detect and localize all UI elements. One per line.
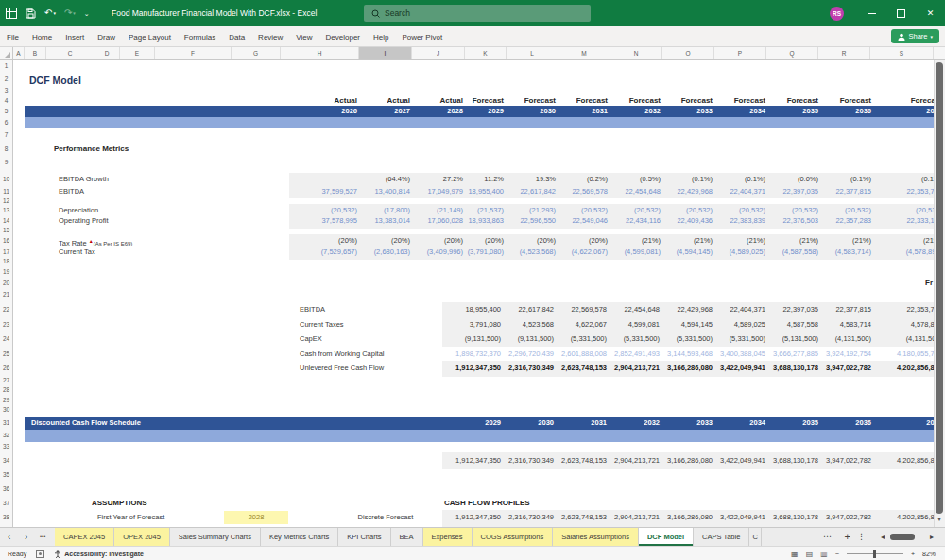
value-cell[interactable]: (20%) — [391, 235, 410, 246]
value-cell[interactable]: 2,623,748,153 — [561, 455, 607, 467]
row-label-operating-profit[interactable]: Operating Profit — [59, 215, 109, 227]
sheet-tab-salaries-assumptions[interactable]: Salaries Assumptions — [553, 528, 639, 546]
year-header-cell[interactable]: 2036 — [855, 106, 871, 117]
value-cell[interactable]: 17,049,979 — [427, 186, 463, 197]
row-number-12[interactable]: 12 — [0, 196, 12, 206]
value-cell[interactable]: (21%) — [694, 235, 713, 246]
row-number-11[interactable]: 11 — [0, 187, 12, 196]
dcf-year-cell[interactable]: 2035 — [802, 417, 818, 429]
column-header-n[interactable]: N — [610, 47, 662, 59]
column-header-q[interactable]: Q — [766, 47, 818, 59]
section-title-performance-metrics[interactable]: Performance Metrics — [54, 144, 129, 155]
row-number-2[interactable]: 2 — [0, 75, 12, 84]
value-cell[interactable]: 4,583,714 — [840, 319, 871, 331]
clipped-label-fragment[interactable]: Fr — [925, 278, 933, 289]
row-number-5[interactable]: 5 — [0, 107, 12, 116]
value-cell[interactable]: (21%) — [799, 235, 818, 246]
row-number-36[interactable]: 36 — [0, 484, 12, 494]
dcf-year-cell[interactable]: 2034 — [749, 417, 765, 429]
column-header-i[interactable]: I — [359, 47, 412, 59]
value-cell[interactable]: 18,955,400 — [468, 186, 504, 197]
value-cell[interactable]: 3,947,022,782 — [826, 455, 871, 467]
value-cell[interactable]: 4,523,568 — [523, 319, 554, 331]
ribbon-tab-draw[interactable]: Draw — [91, 27, 122, 47]
row-number-38[interactable]: 38 — [0, 513, 12, 522]
value-cell[interactable]: 22,404,371 — [730, 304, 765, 315]
zoom-in-icon[interactable]: + — [911, 551, 915, 557]
row-number-27[interactable]: 27 — [0, 376, 12, 385]
view-page-layout-icon[interactable]: ▤ — [806, 550, 814, 558]
value-cell[interactable]: 13,400,814 — [374, 186, 410, 197]
row-number-17[interactable]: 17 — [0, 247, 12, 257]
value-cell[interactable]: 2,904,213,721 — [614, 512, 660, 523]
column-header-a[interactable]: A — [13, 47, 25, 59]
value-cell[interactable]: (4,587,558) — [782, 246, 818, 258]
value-cell[interactable]: 27.2% — [443, 174, 463, 185]
value-cell[interactable]: (20%) — [589, 235, 608, 246]
year-header-cell[interactable]: 2032 — [644, 106, 661, 117]
share-button[interactable]: Share ▾ — [891, 29, 939, 43]
sheet-list-icon[interactable]: ••• — [40, 528, 45, 546]
value-cell[interactable]: 4,594,145 — [681, 319, 713, 331]
value-cell[interactable]: 22,617,842 — [518, 304, 554, 315]
value-cell[interactable]: (21%) — [642, 235, 661, 246]
value-cell[interactable]: 22,376,503 — [782, 215, 818, 227]
row-number-19[interactable]: 19 — [0, 267, 12, 277]
row-number-7[interactable]: 7 — [0, 130, 12, 140]
dcf-year-cell[interactable]: 2036 — [855, 417, 871, 429]
row-number-25[interactable]: 25 — [0, 349, 12, 359]
row-number-31[interactable]: 31 — [0, 418, 12, 428]
column-header-c[interactable]: C — [46, 47, 94, 59]
column-header-b[interactable]: B — [25, 47, 46, 59]
value-cell[interactable]: 22,569,578 — [571, 304, 607, 315]
value-cell[interactable]: (20%) — [444, 235, 463, 246]
value-cell[interactable]: 1,912,347,350 — [455, 455, 501, 467]
row-label-tax-rate[interactable]: Tax Rate ▲(As Per IS E69) — [59, 235, 132, 246]
value-cell[interactable]: 13,383,014 — [374, 215, 410, 227]
value-cell[interactable]: 22,454,648 — [624, 304, 660, 315]
minimize-button[interactable] — [857, 0, 886, 26]
value-cell[interactable]: 22,596,550 — [520, 215, 556, 227]
value-cell[interactable]: (20%) — [537, 235, 556, 246]
ribbon-tab-insert[interactable]: Insert — [59, 27, 91, 47]
value-cell[interactable]: 3,422,049,941 — [720, 512, 765, 523]
value-cell[interactable]: 22,549,046 — [572, 215, 608, 227]
row-number-33[interactable]: 33 — [0, 442, 12, 451]
dcf-year-cell[interactable]: 2029 — [485, 417, 501, 429]
row-number-28[interactable]: 28 — [0, 385, 12, 395]
value-cell[interactable]: 3,688,130,178 — [773, 512, 818, 523]
value-cell[interactable]: 3,422,049,941 — [720, 363, 765, 374]
value-cell[interactable]: 1,912,347,350 — [455, 512, 501, 523]
value-cell[interactable]: 37,578,995 — [321, 215, 357, 227]
row-label-ebitda-growth[interactable]: EBITDA Growth — [59, 174, 109, 185]
value-cell[interactable]: 18,955,400 — [465, 304, 501, 315]
dcf-year-cell[interactable]: 2031 — [591, 417, 607, 429]
value-cell[interactable]: 19.3% — [536, 174, 556, 185]
year-header-cell[interactable]: 2034 — [749, 106, 765, 117]
value-cell[interactable]: 18,933,863 — [468, 215, 504, 227]
row-number-26[interactable]: 26 — [0, 364, 12, 373]
column-header-f[interactable]: F — [155, 47, 232, 59]
save-icon[interactable] — [26, 8, 36, 19]
value-cell[interactable]: (2,680,163) — [374, 246, 410, 258]
sheet-title-cell[interactable]: DCF Model — [29, 74, 81, 87]
zoom-out-icon[interactable]: − — [835, 551, 839, 557]
row-number-4[interactable]: 4 — [0, 96, 12, 106]
sheet-nav-left-icon[interactable]: ‹ — [8, 528, 10, 546]
row-number-30[interactable]: 30 — [0, 405, 12, 415]
value-cell[interactable]: 17,060,028 — [427, 215, 463, 227]
value-cell[interactable]: 3,688,130,178 — [773, 363, 818, 374]
column-header-m[interactable]: M — [558, 47, 610, 59]
account-avatar[interactable]: RS — [830, 7, 844, 21]
macro-record-icon[interactable] — [36, 550, 44, 558]
sheet-tab-c[interactable]: C — [749, 528, 761, 546]
value-cell[interactable]: 3,688,130,178 — [773, 455, 818, 467]
zoom-slider[interactable] — [847, 553, 903, 554]
value-cell[interactable]: 22,357,283 — [835, 215, 871, 227]
row-number-9[interactable]: 9 — [0, 158, 12, 167]
value-cell[interactable]: 22,434,116 — [626, 215, 661, 227]
row-number-10[interactable]: 10 — [0, 175, 12, 184]
value-cell[interactable]: (9,131,500) — [465, 333, 501, 345]
value-cell[interactable]: 2,316,730,349 — [508, 512, 554, 523]
value-cell[interactable]: (0.1%) — [745, 174, 765, 185]
